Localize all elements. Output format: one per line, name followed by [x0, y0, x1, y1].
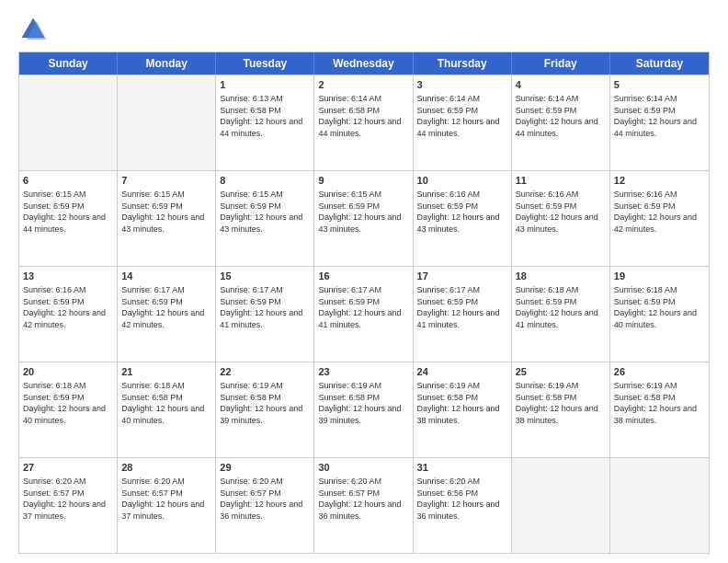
day-number: 20	[23, 365, 113, 379]
cal-cell-day-22: 22Sunrise: 6:19 AMSunset: 6:58 PMDayligh…	[216, 362, 314, 457]
header	[18, 15, 710, 44]
sunrise-info: Sunrise: 6:19 AMSunset: 6:58 PMDaylight:…	[318, 381, 401, 425]
cal-cell-day-14: 14Sunrise: 6:17 AMSunset: 6:59 PMDayligh…	[118, 267, 216, 362]
cal-header-sunday: Sunday	[19, 52, 118, 75]
cal-cell-day-4: 4Sunrise: 6:14 AMSunset: 6:59 PMDaylight…	[512, 75, 610, 170]
day-number: 25	[516, 365, 606, 379]
day-number: 11	[516, 174, 606, 188]
day-number: 30	[318, 461, 408, 475]
cal-cell-day-29: 29Sunrise: 6:20 AMSunset: 6:57 PMDayligh…	[216, 458, 314, 553]
sunrise-info: Sunrise: 6:16 AMSunset: 6:59 PMDaylight:…	[516, 190, 598, 234]
cal-week-5: 27Sunrise: 6:20 AMSunset: 6:57 PMDayligh…	[19, 457, 709, 553]
day-number: 7	[121, 174, 211, 188]
sunrise-info: Sunrise: 6:19 AMSunset: 6:58 PMDaylight:…	[220, 381, 302, 425]
cal-cell-day-20: 20Sunrise: 6:18 AMSunset: 6:59 PMDayligh…	[19, 362, 118, 457]
cal-header-wednesday: Wednesday	[314, 52, 413, 75]
cal-cell-day-30: 30Sunrise: 6:20 AMSunset: 6:57 PMDayligh…	[314, 458, 413, 553]
sunrise-info: Sunrise: 6:17 AMSunset: 6:59 PMDaylight:…	[121, 285, 204, 329]
cal-cell-empty	[118, 75, 216, 170]
cal-cell-day-5: 5Sunrise: 6:14 AMSunset: 6:59 PMDaylight…	[610, 75, 709, 170]
cal-cell-empty	[512, 458, 610, 553]
day-number: 1	[220, 78, 310, 92]
day-number: 18	[516, 270, 606, 283]
cal-cell-day-17: 17Sunrise: 6:17 AMSunset: 6:59 PMDayligh…	[414, 267, 512, 362]
sunrise-info: Sunrise: 6:20 AMSunset: 6:57 PMDaylight:…	[23, 477, 106, 521]
sunrise-info: Sunrise: 6:17 AMSunset: 6:59 PMDaylight:…	[220, 285, 302, 329]
sunrise-info: Sunrise: 6:20 AMSunset: 6:57 PMDaylight:…	[121, 477, 204, 521]
sunrise-info: Sunrise: 6:16 AMSunset: 6:59 PMDaylight:…	[417, 190, 500, 234]
day-number: 23	[318, 365, 408, 379]
cal-cell-day-6: 6Sunrise: 6:15 AMSunset: 6:59 PMDaylight…	[19, 171, 118, 266]
day-number: 29	[220, 461, 310, 475]
day-number: 9	[318, 174, 408, 188]
sunrise-info: Sunrise: 6:18 AMSunset: 6:58 PMDaylight:…	[121, 381, 204, 425]
day-number: 12	[614, 174, 705, 188]
day-number: 27	[23, 461, 113, 475]
cal-header-monday: Monday	[118, 52, 216, 75]
day-number: 14	[121, 270, 211, 283]
day-number: 8	[220, 174, 310, 188]
cal-cell-day-31: 31Sunrise: 6:20 AMSunset: 6:56 PMDayligh…	[414, 458, 512, 553]
cal-cell-day-8: 8Sunrise: 6:15 AMSunset: 6:59 PMDaylight…	[216, 171, 314, 266]
cal-cell-day-28: 28Sunrise: 6:20 AMSunset: 6:57 PMDayligh…	[118, 458, 216, 553]
sunrise-info: Sunrise: 6:17 AMSunset: 6:59 PMDaylight:…	[417, 285, 500, 329]
sunrise-info: Sunrise: 6:15 AMSunset: 6:59 PMDaylight:…	[121, 190, 204, 234]
day-number: 16	[318, 270, 408, 283]
logo-icon	[18, 15, 48, 44]
sunrise-info: Sunrise: 6:18 AMSunset: 6:59 PMDaylight:…	[516, 285, 598, 329]
sunrise-info: Sunrise: 6:18 AMSunset: 6:59 PMDaylight:…	[23, 381, 106, 425]
sunrise-info: Sunrise: 6:15 AMSunset: 6:59 PMDaylight:…	[318, 190, 401, 234]
sunrise-info: Sunrise: 6:19 AMSunset: 6:58 PMDaylight:…	[614, 381, 697, 425]
cal-cell-day-26: 26Sunrise: 6:19 AMSunset: 6:58 PMDayligh…	[610, 362, 709, 457]
cal-cell-day-11: 11Sunrise: 6:16 AMSunset: 6:59 PMDayligh…	[512, 171, 610, 266]
day-number: 26	[614, 365, 705, 379]
day-number: 2	[318, 78, 408, 92]
sunrise-info: Sunrise: 6:20 AMSunset: 6:57 PMDaylight:…	[318, 477, 401, 521]
cal-week-3: 13Sunrise: 6:16 AMSunset: 6:59 PMDayligh…	[19, 266, 709, 362]
sunrise-info: Sunrise: 6:15 AMSunset: 6:59 PMDaylight:…	[220, 190, 302, 234]
day-number: 19	[614, 270, 705, 283]
cal-cell-day-27: 27Sunrise: 6:20 AMSunset: 6:57 PMDayligh…	[19, 458, 118, 553]
sunrise-info: Sunrise: 6:16 AMSunset: 6:59 PMDaylight:…	[614, 190, 697, 234]
sunrise-info: Sunrise: 6:18 AMSunset: 6:59 PMDaylight:…	[614, 285, 697, 329]
sunrise-info: Sunrise: 6:16 AMSunset: 6:59 PMDaylight:…	[23, 285, 106, 329]
day-number: 17	[417, 270, 507, 283]
cal-cell-day-24: 24Sunrise: 6:19 AMSunset: 6:58 PMDayligh…	[414, 362, 512, 457]
cal-cell-day-10: 10Sunrise: 6:16 AMSunset: 6:59 PMDayligh…	[414, 171, 512, 266]
sunrise-info: Sunrise: 6:19 AMSunset: 6:58 PMDaylight:…	[516, 381, 598, 425]
day-number: 3	[417, 78, 507, 92]
cal-cell-empty	[610, 458, 709, 553]
sunrise-info: Sunrise: 6:14 AMSunset: 6:59 PMDaylight:…	[614, 94, 697, 138]
day-number: 24	[417, 365, 507, 379]
cal-cell-day-2: 2Sunrise: 6:14 AMSunset: 6:58 PMDaylight…	[314, 75, 413, 170]
cal-header-friday: Friday	[512, 52, 610, 75]
sunrise-info: Sunrise: 6:20 AMSunset: 6:57 PMDaylight:…	[220, 477, 302, 521]
cal-cell-day-16: 16Sunrise: 6:17 AMSunset: 6:59 PMDayligh…	[314, 267, 413, 362]
cal-cell-day-7: 7Sunrise: 6:15 AMSunset: 6:59 PMDaylight…	[118, 171, 216, 266]
sunrise-info: Sunrise: 6:19 AMSunset: 6:58 PMDaylight:…	[417, 381, 500, 425]
sunrise-info: Sunrise: 6:14 AMSunset: 6:59 PMDaylight:…	[516, 94, 598, 138]
calendar-header-row: SundayMondayTuesdayWednesdayThursdayFrid…	[19, 52, 709, 75]
day-number: 15	[220, 270, 310, 283]
day-number: 4	[516, 78, 606, 92]
cal-week-1: 1Sunrise: 6:13 AMSunset: 6:58 PMDaylight…	[19, 75, 709, 170]
sunrise-info: Sunrise: 6:14 AMSunset: 6:58 PMDaylight:…	[318, 94, 401, 138]
day-number: 10	[417, 174, 507, 188]
cal-header-tuesday: Tuesday	[216, 52, 314, 75]
day-number: 21	[121, 365, 211, 379]
cal-cell-day-1: 1Sunrise: 6:13 AMSunset: 6:58 PMDaylight…	[216, 75, 314, 170]
page: SundayMondayTuesdayWednesdayThursdayFrid…	[0, 0, 728, 563]
day-number: 22	[220, 365, 310, 379]
cal-cell-day-15: 15Sunrise: 6:17 AMSunset: 6:59 PMDayligh…	[216, 267, 314, 362]
cal-cell-day-23: 23Sunrise: 6:19 AMSunset: 6:58 PMDayligh…	[314, 362, 413, 457]
day-number: 28	[121, 461, 211, 475]
cal-cell-day-9: 9Sunrise: 6:15 AMSunset: 6:59 PMDaylight…	[314, 171, 413, 266]
cal-week-2: 6Sunrise: 6:15 AMSunset: 6:59 PMDaylight…	[19, 170, 709, 266]
day-number: 5	[614, 78, 705, 92]
sunrise-info: Sunrise: 6:14 AMSunset: 6:59 PMDaylight:…	[417, 94, 500, 138]
cal-cell-day-19: 19Sunrise: 6:18 AMSunset: 6:59 PMDayligh…	[610, 267, 709, 362]
sunrise-info: Sunrise: 6:20 AMSunset: 6:56 PMDaylight:…	[417, 477, 500, 521]
day-number: 13	[23, 270, 113, 283]
logo	[18, 15, 51, 44]
cal-cell-day-21: 21Sunrise: 6:18 AMSunset: 6:58 PMDayligh…	[118, 362, 216, 457]
